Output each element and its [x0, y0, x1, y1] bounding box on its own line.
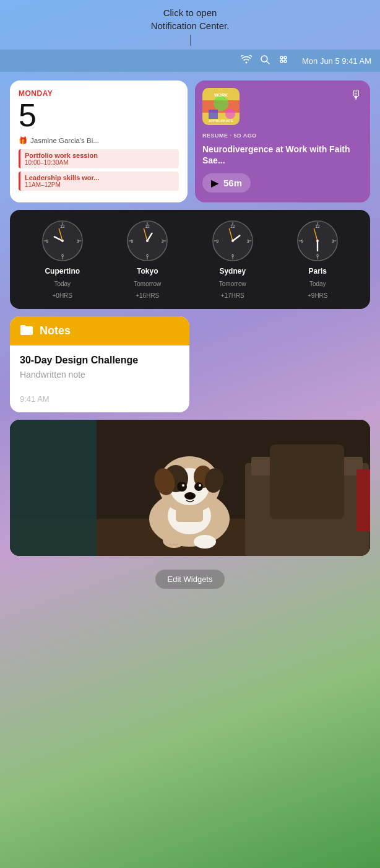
event-1-time: 10:00–10:30AM — [25, 159, 175, 166]
calendar-birthday: 🎁 Jasmine Garcia's Bi... — [19, 136, 179, 145]
clock-city-name-paris: Paris — [309, 267, 327, 276]
svg-text:3: 3 — [162, 239, 164, 243]
clock-city-offset-tokyo: +16HRS — [136, 292, 159, 299]
svg-text:12: 12 — [230, 224, 235, 228]
clock-city-day-cupertino: Today — [54, 280, 71, 287]
calendar-date: 5 — [19, 99, 179, 131]
svg-point-5 — [284, 60, 287, 63]
clock-city-offset-cupertino: +0HRS — [52, 292, 72, 299]
svg-text:12: 12 — [316, 224, 321, 228]
world-clock-widget[interactable]: 12 3 6 9 Cupertino Today +0HRS — [10, 210, 370, 309]
photo-widget[interactable] — [10, 420, 370, 556]
notes-note-title: 30-Day Design Challenge — [20, 354, 179, 367]
notes-header: Notes — [10, 316, 189, 345]
svg-point-77 — [194, 482, 203, 491]
svg-point-2 — [280, 56, 283, 59]
svg-text:6: 6 — [231, 253, 234, 258]
svg-text:3: 3 — [246, 239, 249, 243]
svg-point-82 — [191, 495, 194, 498]
edit-widgets-row: Edit Widgets — [10, 563, 370, 601]
play-icon: ▶ — [211, 177, 218, 189]
podcast-duration: 56m — [223, 178, 242, 188]
svg-text:APPROPRIATE: APPROPRIATE — [209, 119, 233, 123]
clock-city-day-sydney: Tomorrow — [219, 280, 246, 287]
edit-widgets-button[interactable]: Edit Widgets — [155, 570, 225, 589]
birthday-icon: 🎁 — [19, 136, 27, 145]
svg-point-81 — [186, 495, 189, 498]
svg-rect-9 — [209, 110, 218, 119]
clock-city-name-sydney: Sydney — [219, 267, 246, 276]
clock-city-day-tokyo: Tomorrow — [134, 280, 161, 287]
event-2-title: Leadership skills wor... — [25, 174, 175, 181]
clock-city-name-tokyo: Tokyo — [137, 267, 158, 276]
podcast-artwork: WORK APPROPRIATE — [202, 88, 240, 125]
svg-point-80 — [184, 492, 196, 500]
svg-text:12: 12 — [60, 224, 65, 228]
podcast-title: Neurodivergence at Work with Faith Sae..… — [202, 144, 363, 166]
svg-text:6: 6 — [146, 253, 149, 258]
svg-rect-63 — [10, 420, 97, 556]
clock-face-tokyo: 12 3 6 9 — [126, 220, 168, 262]
svg-point-78 — [182, 484, 184, 487]
svg-text:12: 12 — [145, 224, 150, 228]
svg-text:9: 9 — [301, 239, 304, 243]
control-center-icon[interactable] — [279, 54, 288, 67]
svg-line-1 — [267, 61, 269, 64]
svg-text:6: 6 — [61, 253, 64, 258]
top-widget-row: MONDAY 5 🎁 Jasmine Garcia's Bi... Portfo… — [10, 80, 370, 202]
tooltip-arrow-line — [190, 35, 191, 46]
notes-folder-icon — [20, 324, 33, 338]
clock-face-cupertino: 12 3 6 9 — [41, 220, 84, 262]
clock-face-sydney: 12 3 6 9 — [212, 220, 254, 262]
event-1-title: Portfolio work session — [25, 152, 175, 159]
svg-text:6: 6 — [316, 253, 319, 258]
calendar-day-label: MONDAY — [19, 89, 179, 98]
podcast-art-inner: WORK APPROPRIATE — [202, 88, 240, 125]
birthday-text: Jasmine Garcia's Bi... — [30, 137, 99, 144]
svg-point-36 — [146, 240, 149, 242]
photo-dog-scene — [10, 420, 370, 556]
svg-point-24 — [61, 240, 64, 242]
widgets-container: MONDAY 5 🎁 Jasmine Garcia's Bi... Portfo… — [0, 72, 380, 610]
svg-point-3 — [284, 56, 287, 59]
svg-text:3: 3 — [76, 239, 79, 243]
svg-point-85 — [194, 535, 216, 549]
svg-point-10 — [225, 109, 235, 119]
clock-city-day-paris: Today — [309, 280, 326, 287]
calendar-event-2[interactable]: Leadership skills wor... 11AM–12PM — [19, 171, 179, 191]
podcast-widget[interactable]: WORK APPROPRIATE 🎙 RESUME · 5D AGO Neuro… — [195, 80, 370, 202]
notification-center-tooltip: Click to open Notification Center. — [0, 0, 380, 50]
menubar: Mon Jun 5 9:41 AM — [0, 50, 380, 72]
podcast-resume-label: RESUME · 5D AGO — [202, 132, 363, 139]
clock-sydney: 12 3 6 9 Sydney Tomorrow +17HRS — [212, 220, 254, 299]
svg-point-79 — [199, 484, 201, 487]
svg-point-60 — [316, 240, 319, 242]
clock-paris: 12 3 6 9 Paris Today +9HRS — [296, 220, 339, 299]
svg-point-48 — [231, 240, 234, 242]
menubar-system-icons — [241, 54, 288, 67]
svg-text:3: 3 — [332, 239, 334, 243]
tooltip-line2: Notification Center. — [12, 19, 368, 32]
svg-text:9: 9 — [216, 239, 218, 243]
wifi-icon[interactable] — [241, 55, 252, 66]
clock-city-name-cupertino: Cupertino — [45, 267, 80, 276]
search-icon[interactable] — [261, 55, 270, 67]
svg-rect-83 — [176, 506, 203, 522]
clock-city-offset-paris: +9HRS — [308, 292, 328, 299]
event-2-time: 11AM–12PM — [25, 181, 175, 188]
podcast-play-button[interactable]: ▶ 56m — [202, 173, 251, 193]
clock-cupertino: 12 3 6 9 Cupertino Today +0HRS — [41, 220, 84, 299]
notes-note-subtitle: Handwritten note — [20, 370, 179, 380]
dog-image — [10, 420, 370, 556]
clock-tokyo: 12 3 6 9 Tokyo Tomorrow +16HRS — [126, 220, 168, 299]
tooltip-line1: Click to open — [12, 6, 368, 19]
clock-face-paris: 12 3 6 9 — [296, 220, 339, 262]
clock-city-offset-sydney: +17HRS — [221, 292, 244, 299]
calendar-event-1[interactable]: Portfolio work session 10:00–10:30AM — [19, 149, 179, 168]
svg-rect-67 — [356, 469, 370, 531]
notes-widget[interactable]: Notes 30-Day Design Challenge Handwritte… — [10, 316, 189, 412]
svg-text:9: 9 — [131, 239, 134, 243]
menubar-datetime: Mon Jun 5 9:41 AM — [302, 56, 371, 66]
svg-point-76 — [177, 482, 187, 492]
calendar-widget[interactable]: MONDAY 5 🎁 Jasmine Garcia's Bi... Portfo… — [10, 80, 188, 202]
